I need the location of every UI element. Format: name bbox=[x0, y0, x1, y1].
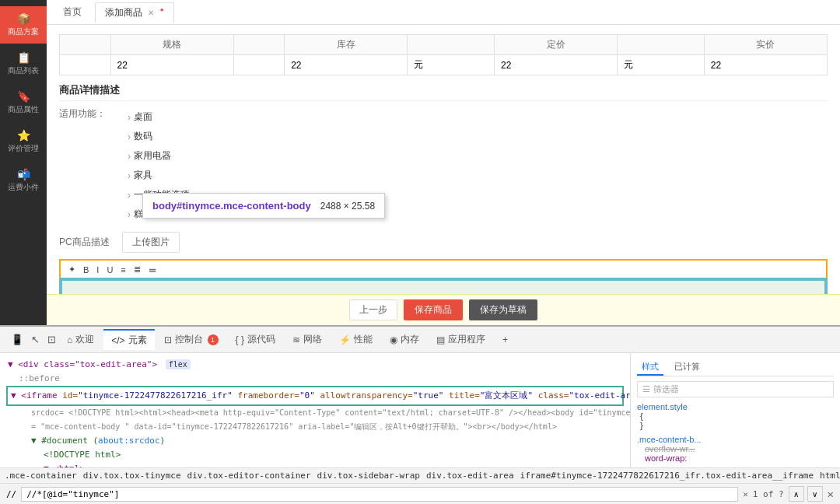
style-rule-mce: .mce-content-b... overflow-wr... word-wr… bbox=[637, 435, 834, 463]
element-tooltip: body#tinymce.mce-content-body 2488 × 25.… bbox=[142, 193, 385, 219]
category-item-0: › 桌面 bbox=[121, 107, 196, 127]
devtools-cursor-icon[interactable]: ↖ bbox=[30, 332, 41, 347]
app-label: 应用程序 bbox=[448, 333, 485, 346]
tab-close-icon[interactable]: ✕ bbox=[148, 9, 154, 17]
dom-line-srcdoc: srcdoc= <!DOCTYPE html><html><head><meta… bbox=[6, 406, 624, 420]
dom-line-0: ▼ <div class="tox-edit-area"> flex bbox=[6, 358, 624, 372]
breadcrumb-5[interactable]: iframe#tinymce-1722477822617216_ifr.tox-… bbox=[520, 471, 814, 481]
sources-icon: { } bbox=[236, 334, 244, 345]
overflow-prop: overflow-wr... bbox=[645, 444, 834, 453]
breadcrumb-1[interactable]: div.tox.tox-tinymce bbox=[83, 471, 181, 481]
more-label: + bbox=[502, 334, 508, 345]
pc-label: PC商品描述 bbox=[59, 236, 110, 249]
sidebar-item-list[interactable]: 📋 商品列表 bbox=[0, 45, 47, 82]
editor-btn-2[interactable]: B bbox=[80, 263, 92, 276]
attrs-icon: 🔖 bbox=[17, 90, 30, 103]
category-text-0: 桌面 bbox=[134, 110, 152, 124]
col-spec: 规格 bbox=[110, 35, 233, 55]
app-icon: ▤ bbox=[436, 334, 445, 345]
arrow-icon-1: › bbox=[128, 131, 131, 142]
editor-content[interactable] bbox=[61, 279, 826, 294]
devtools-inspect-icon[interactable]: ⊡ bbox=[46, 332, 58, 347]
breadcrumb-4[interactable]: div.tox-edit-area bbox=[426, 471, 514, 481]
sidebar-item-shipping[interactable]: 📬 运费小件 bbox=[0, 162, 47, 199]
search-prev-btn[interactable]: ∧ bbox=[789, 486, 804, 502]
element-brace: { bbox=[640, 411, 643, 421]
cell-stock: 22 bbox=[285, 55, 408, 75]
editor-btn-6[interactable]: ≣ bbox=[131, 263, 144, 276]
draft-button[interactable]: 保存为草稿 bbox=[469, 299, 537, 320]
products-icon: 📦 bbox=[17, 12, 30, 25]
dom-tree-content: ➜ ▼ <div class="tox-edit-area"> flex ::b… bbox=[6, 358, 624, 467]
devtools-tab-application[interactable]: ▤ 应用程序 bbox=[429, 330, 493, 349]
perf-icon: ⚡ bbox=[339, 334, 351, 345]
devtools-tabs: 📱 ↖ ⊡ ⌂ 欢迎 </> 元素 ⊡ 控制台 1 { } 源代码 bbox=[0, 327, 840, 353]
breadcrumb-0[interactable]: .mce-container bbox=[5, 471, 77, 481]
editor-btn-1[interactable]: ✦ bbox=[65, 263, 79, 276]
console-label: 控制台 bbox=[175, 333, 203, 346]
tab-add-product[interactable]: 添加商品 ✕ bbox=[95, 2, 174, 23]
editor-toolbar: ✦ B I U ≡ ≣ ⩸ bbox=[61, 261, 826, 279]
before-pseudo: ::before bbox=[19, 373, 60, 383]
breadcrumb-6[interactable]: html bbox=[820, 471, 840, 481]
style-rule-element: element.style { } bbox=[637, 402, 834, 430]
elements-icon: </> bbox=[111, 335, 124, 346]
search-input[interactable] bbox=[21, 487, 738, 502]
sidebar-item-label-1: 商品列表 bbox=[8, 65, 39, 76]
html-tag: ▼ <html> bbox=[44, 464, 85, 467]
col-stock: 库存 bbox=[285, 35, 408, 55]
tab-home[interactable]: 首页 bbox=[53, 2, 92, 23]
spec-table: 规格 库存 定价 实价 22 bbox=[59, 34, 828, 75]
col-empty bbox=[60, 35, 111, 55]
sidebar-item-attrs[interactable]: 🔖 商品属性 bbox=[0, 84, 47, 121]
devtools-tab-performance[interactable]: ⚡ 性能 bbox=[331, 330, 380, 349]
breadcrumb-3[interactable]: div.tox-sidebar-wrap bbox=[317, 471, 420, 481]
prev-button[interactable]: 上一步 bbox=[349, 299, 397, 320]
devtools-tab-memory[interactable]: ◉ 内存 bbox=[382, 330, 427, 349]
bottom-bar: 上一步 保存商品 保存为草稿 bbox=[47, 294, 840, 325]
devtools-tab-network[interactable]: ≋ 网络 bbox=[285, 330, 330, 349]
dom-line-document: ▼ #document (about:srcdoc) bbox=[6, 434, 624, 448]
search-next-btn[interactable]: ∨ bbox=[807, 486, 823, 502]
style-tab-computed[interactable]: 已计算 bbox=[670, 359, 705, 376]
elements-label: 元素 bbox=[128, 334, 147, 347]
category-text-2: 家用电器 bbox=[134, 149, 171, 163]
cell-price: 22 bbox=[494, 55, 617, 75]
search-clear-icon[interactable]: ✕ bbox=[743, 489, 748, 499]
cell-empty1 bbox=[233, 55, 285, 75]
sidebar-item-products[interactable]: 📦 商品方案 bbox=[0, 6, 47, 44]
search-slash: // bbox=[6, 489, 16, 499]
dom-line-iframe[interactable]: ▼ <iframe id="tinymce-1722477822617216_i… bbox=[6, 386, 624, 406]
cell-0 bbox=[60, 55, 111, 75]
dom-line-html: ▼ <html> bbox=[6, 462, 624, 467]
upload-btn[interactable]: 上传图片 bbox=[122, 232, 180, 253]
editor-btn-4[interactable]: U bbox=[103, 263, 116, 276]
category-label: 适用功能： bbox=[59, 107, 121, 121]
devtools-panel: 📱 ↖ ⊡ ⌂ 欢迎 </> 元素 ⊡ 控制台 1 { } 源代码 bbox=[0, 325, 840, 504]
word-wrap-prop: word-wrap: bbox=[645, 453, 834, 463]
devtools-tab-more[interactable]: + bbox=[495, 331, 516, 348]
arrow-icon-4: › bbox=[128, 190, 131, 201]
arrow-icon-0: › bbox=[128, 112, 131, 123]
devtools-tab-sources[interactable]: { } 源代码 bbox=[228, 330, 283, 349]
devtools-tab-elements[interactable]: </> 元素 bbox=[103, 329, 154, 350]
top-tabs: 首页 添加商品 ✕ bbox=[47, 0, 840, 25]
sources-label: 源代码 bbox=[247, 333, 275, 346]
tooltip-selector: body#tinymce.mce-content-body bbox=[152, 200, 311, 212]
sidebar-item-reviews[interactable]: ⭐ 评价管理 bbox=[0, 123, 47, 160]
devtools-tab-welcome[interactable]: ⌂ 欢迎 bbox=[59, 330, 102, 349]
style-tab-styles[interactable]: 样式 bbox=[637, 359, 663, 376]
app-container: 📦 商品方案 📋 商品列表 🔖 商品属性 ⭐ 评价管理 📬 运费小件 bbox=[0, 0, 840, 504]
editor-btn-3[interactable]: I bbox=[93, 263, 102, 276]
devtools-mobile-icon[interactable]: 📱 bbox=[9, 332, 25, 347]
devtools-tab-console[interactable]: ⊡ 控制台 1 bbox=[156, 330, 226, 349]
cell-empty2: 元 bbox=[408, 55, 495, 75]
cell-spec: 22 bbox=[110, 55, 233, 75]
save-button[interactable]: 保存商品 bbox=[404, 299, 463, 320]
breadcrumb-2[interactable]: div.tox-editor-container bbox=[187, 471, 311, 481]
table-row: 22 22 元 22 元 22 bbox=[60, 55, 828, 75]
editor-btn-7[interactable]: ⩸ bbox=[145, 263, 160, 276]
arrow-icon-3: › bbox=[128, 170, 131, 181]
search-close-btn[interactable]: ✕ bbox=[828, 488, 834, 500]
editor-btn-5[interactable]: ≡ bbox=[117, 263, 128, 276]
